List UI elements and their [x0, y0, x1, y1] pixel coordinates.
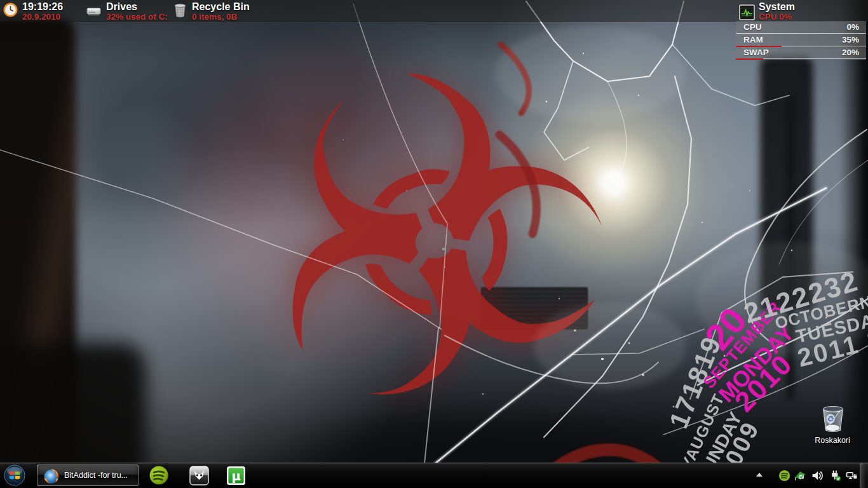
clock-time: 19:19:26	[22, 1, 63, 13]
start-button[interactable]	[3, 464, 26, 487]
green-flag-check-icon	[794, 470, 806, 482]
drives-usage: 32% used of C:	[106, 12, 168, 22]
spotify-icon	[778, 470, 790, 482]
drives-title: Drives	[106, 1, 137, 13]
tray-icon-safely-remove-hardware[interactable]	[829, 469, 841, 482]
tray-icon-download-complete-flag[interactable]	[794, 469, 806, 482]
tray-icon-network[interactable]	[845, 469, 858, 482]
tray-icon-volume[interactable]	[811, 469, 824, 482]
swap-value: 20%	[842, 48, 859, 57]
desktop: ☣	[0, 0, 868, 488]
clock-date: 20.9.2010	[22, 12, 60, 22]
clock-icon	[3, 3, 18, 17]
svg-text:µ: µ	[231, 468, 240, 483]
network-icon	[846, 470, 858, 482]
swap-usage-bar	[736, 58, 763, 60]
desktop-icon-label: Roskakori	[808, 436, 857, 445]
meter-row-swap: SWAP 20%	[736, 46, 866, 59]
meter-row-ram: RAM 35%	[736, 34, 866, 46]
show-desktop-button[interactable]	[860, 463, 868, 488]
wallpaper-sky	[0, 0, 868, 488]
taskbar-icon-foobar2000[interactable]	[188, 464, 210, 486]
taskbar-icon-utorrent[interactable]: µ	[225, 464, 247, 486]
taskbar-icon-spotify[interactable]	[148, 464, 170, 486]
speaker-icon	[811, 470, 824, 482]
system-title: System	[759, 1, 795, 13]
taskbar-button-label: BitAddict -for tru...	[64, 471, 128, 480]
svg-text:♻: ♻	[827, 414, 834, 424]
recycle-bin-widget-icon	[173, 3, 187, 18]
utorrent-icon: µ	[226, 466, 246, 485]
taskbar-button-firefox[interactable]: BitAddict -for tru...	[37, 464, 139, 486]
ram-label: RAM	[743, 35, 763, 44]
system-cpu-summary: CPU 0%	[759, 12, 792, 22]
usb-plug-icon	[829, 470, 841, 482]
system-meter-panel: CPU 0% RAM 35% SWAP 20%	[736, 21, 866, 60]
recycle-bin-icon: ♻	[818, 402, 848, 436]
firefox-icon	[43, 468, 60, 485]
hidden-icons-arrow[interactable]	[756, 473, 763, 477]
drive-icon	[86, 4, 101, 17]
foobar2000-icon	[189, 466, 209, 485]
ram-value: 35%	[842, 35, 859, 44]
tray-icon-spotify[interactable]	[778, 469, 790, 482]
recycle-bin-count: 0 items, 0B	[192, 12, 237, 22]
taskbar: BitAddict -for tru...	[0, 463, 868, 488]
spotify-icon	[149, 465, 169, 485]
desktop-icon-recycle-bin[interactable]: ♻ Roskakori	[808, 399, 857, 449]
recycle-bin-title: Recycle Bin	[192, 1, 250, 13]
meter-row-cpu: CPU 0%	[736, 21, 866, 34]
system-monitor-icon	[739, 4, 755, 20]
cpu-value: 0%	[846, 22, 859, 32]
cpu-label: CPU	[743, 22, 762, 32]
swap-label: SWAP	[743, 48, 769, 57]
